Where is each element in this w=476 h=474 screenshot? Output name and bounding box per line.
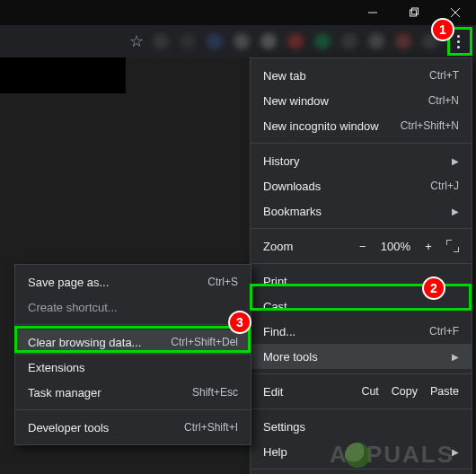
menu-label: Print... <box>263 275 459 288</box>
watermark-appuals: A PUALS <box>330 441 454 469</box>
submenu-item-create-shortcut[interactable]: Create shortcut... <box>15 294 251 320</box>
zoom-in-button[interactable]: + <box>423 240 434 253</box>
chevron-right-icon: ▶ <box>452 156 459 166</box>
close-icon <box>450 7 461 18</box>
submenu-item-save-page[interactable]: Save page as... Ctrl+S <box>15 269 251 294</box>
menu-separator <box>251 228 472 229</box>
chrome-menu-button[interactable] <box>447 31 469 52</box>
menu-label: Developer tools <box>28 421 163 434</box>
menu-label: Cast... <box>263 300 459 313</box>
submenu-item-task-manager[interactable]: Task manager Shift+Esc <box>15 380 251 405</box>
menu-item-zoom: Zoom − 100% + <box>251 233 472 259</box>
zoom-out-button[interactable]: − <box>357 240 368 253</box>
menu-shortcut: Ctrl+Shift+I <box>184 421 238 434</box>
menu-label: Clear browsing data... <box>28 336 149 349</box>
svg-rect-1 <box>410 10 417 16</box>
more-tools-submenu: Save page as... Ctrl+S Create shortcut..… <box>14 264 251 445</box>
menu-label: New incognito window <box>263 119 379 133</box>
window-minimize-button[interactable] <box>352 0 393 25</box>
edit-paste-button[interactable]: Paste <box>430 385 459 398</box>
menu-label: History <box>263 154 434 168</box>
menu-item-settings[interactable]: Settings <box>251 414 472 439</box>
watermark-logo-icon <box>345 443 370 468</box>
menu-shortcut: Ctrl+J <box>430 180 459 192</box>
menu-item-print[interactable]: Print... <box>251 268 472 294</box>
menu-label: Downloads <box>263 180 409 193</box>
maximize-icon <box>409 7 419 18</box>
submenu-item-clear-browsing-data[interactable]: Clear browsing data... Ctrl+Shift+Del <box>15 329 251 355</box>
menu-label: Bookmarks <box>263 205 434 218</box>
edit-copy-button[interactable]: Copy <box>392 385 418 398</box>
edit-cut-button[interactable]: Cut <box>361 385 378 398</box>
extension-icons-cluster <box>153 33 438 49</box>
menu-label: Find... <box>263 325 408 338</box>
menu-label: More tools <box>263 350 434 364</box>
window-close-button[interactable] <box>435 0 476 25</box>
menu-label: New window <box>263 94 407 108</box>
menu-separator <box>251 408 472 409</box>
menu-separator <box>251 263 472 264</box>
menu-separator <box>251 469 472 470</box>
menu-shortcut: Shift+Esc <box>192 386 238 399</box>
menu-shortcut: Ctrl+N <box>428 94 459 107</box>
edit-label: Edit <box>263 385 348 399</box>
menu-label: Save page as... <box>28 276 186 289</box>
menu-item-edit: Edit Cut Copy Paste <box>251 379 472 404</box>
menu-item-find[interactable]: Find... Ctrl+F <box>251 319 472 344</box>
menu-item-history[interactable]: History ▶ <box>251 148 472 173</box>
submenu-item-developer-tools[interactable]: Developer tools Ctrl+Shift+I <box>15 415 251 440</box>
browser-toolbar: ☆ <box>0 25 476 57</box>
menu-shortcut: Ctrl+S <box>207 276 238 288</box>
svg-rect-2 <box>412 8 419 14</box>
minimize-icon <box>367 7 378 18</box>
menu-item-new-window[interactable]: New window Ctrl+N <box>251 88 472 113</box>
window-maximize-button[interactable] <box>393 0 435 25</box>
menu-label: New tab <box>263 69 408 83</box>
menu-label: Settings <box>263 420 459 434</box>
fullscreen-icon[interactable] <box>446 240 459 252</box>
menu-item-cast[interactable]: Cast... <box>251 294 472 319</box>
menu-separator <box>251 373 472 374</box>
chrome-main-menu: New tab Ctrl+T New window Ctrl+N New inc… <box>250 57 472 474</box>
watermark-text-post: PUALS <box>366 441 454 469</box>
zoom-value: 100% <box>381 240 410 253</box>
menu-item-downloads[interactable]: Downloads Ctrl+J <box>251 173 472 198</box>
menu-shortcut: Ctrl+Shift+N <box>401 119 459 132</box>
menu-separator <box>251 143 472 144</box>
bookmark-star-icon[interactable]: ☆ <box>129 31 144 51</box>
menu-separator <box>15 409 251 410</box>
menu-shortcut: Ctrl+F <box>429 325 459 338</box>
menu-shortcut: Ctrl+T <box>429 69 459 82</box>
submenu-item-extensions[interactable]: Extensions <box>15 355 251 380</box>
menu-item-new-tab[interactable]: New tab Ctrl+T <box>251 63 472 88</box>
chevron-right-icon: ▶ <box>452 352 459 362</box>
page-dark-strip <box>0 57 126 93</box>
menu-label: Task manager <box>28 386 171 399</box>
menu-shortcut: Ctrl+Shift+Del <box>171 336 238 348</box>
menu-label: Extensions <box>28 361 238 374</box>
menu-item-new-incognito[interactable]: New incognito window Ctrl+Shift+N <box>251 113 472 138</box>
zoom-label: Zoom <box>263 240 357 253</box>
chevron-right-icon: ▶ <box>452 206 459 216</box>
menu-item-bookmarks[interactable]: Bookmarks ▶ <box>251 198 472 224</box>
menu-label: Create shortcut... <box>28 301 238 314</box>
menu-separator <box>15 324 251 325</box>
menu-item-more-tools[interactable]: More tools ▶ <box>251 344 472 369</box>
